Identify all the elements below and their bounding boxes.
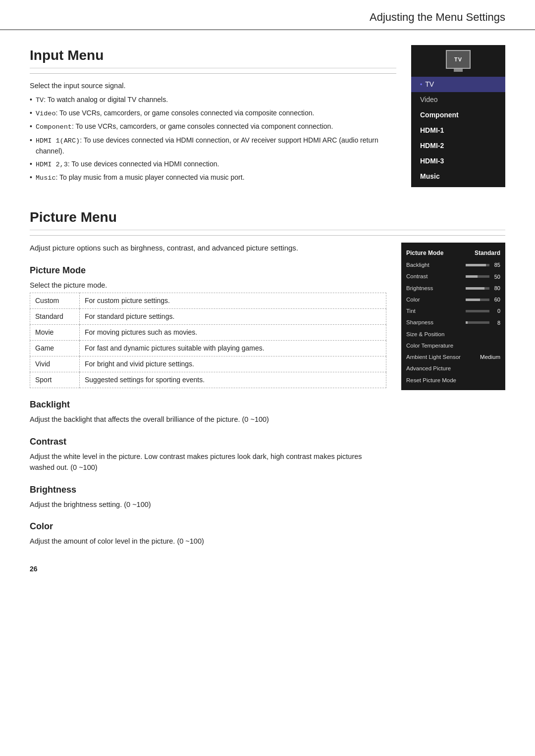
pm-header-value: Standard: [475, 249, 500, 257]
table-cell: For custom picture settings.: [80, 293, 386, 309]
list-item: TV: To watch analog or digital TV channe…: [30, 95, 396, 105]
input-menu-section: Input Menu Select the input source signa…: [30, 45, 505, 187]
table-cell: Vivid: [30, 356, 80, 372]
row-value: 0: [491, 307, 500, 315]
table-cell: For standard picture settings.: [80, 309, 386, 325]
pm-row-label: Brightness: [406, 284, 451, 293]
picture-mode-table: Custom For custom picture settings. Stan…: [30, 293, 386, 388]
list-item: HDMI 1(ARC): To use devices connected vi…: [30, 135, 396, 156]
table-row: Custom For custom picture settings.: [30, 293, 386, 309]
bar-track: [466, 299, 489, 301]
backlight-subsection: Backlight Adjust the backlight that affe…: [30, 398, 386, 425]
pm-row-advanced: Advanced Picture: [401, 363, 505, 374]
list-item: Music: To play music from a music player…: [30, 172, 396, 183]
bar-track: [466, 310, 489, 312]
pm-row-contrast: Contrast 50: [401, 271, 505, 282]
pm-row-label: Color: [406, 296, 451, 304]
list-item: Video: To use VCRs, camcorders, or game …: [30, 108, 396, 119]
tv-icon-area: TV: [411, 45, 505, 74]
tv-menu-item-hdmi3: HDMI-3: [411, 153, 505, 169]
pm-header-label: Picture Mode: [406, 249, 443, 257]
color-subtitle: Color: [30, 520, 386, 533]
tv-menu-item-hdmi1: HDMI-1: [411, 123, 505, 138]
pm-row-ambient: Ambient Light Sensor Medium: [401, 352, 505, 363]
list-item: Component: To use VCRs, camcorders, or g…: [30, 121, 396, 132]
input-menu-text: Input Menu Select the input source signa…: [30, 45, 396, 187]
picture-menu-section: Picture Menu Adjust picture options such…: [30, 207, 505, 549]
pm-simple-label: Size & Position: [406, 330, 444, 339]
picture-mode-subtitle: Picture Mode: [30, 264, 386, 277]
pm-row-color-temp: Color Temperature: [401, 340, 505, 352]
pm-row-brightness: Brightness 80: [401, 283, 505, 294]
row-value: 80: [491, 284, 500, 293]
pm-row-bar: 0: [466, 307, 500, 315]
pm-row-bar: 80: [466, 284, 500, 293]
table-cell: For moving pictures such as movies.: [80, 325, 386, 341]
table-cell: Suggested settings for sporting events.: [80, 372, 386, 388]
brightness-subtitle: Brightness: [30, 483, 386, 497]
tv-menu-item-tv: TV: [411, 77, 505, 92]
color-desc: Adjust the amount of color level in the …: [30, 536, 386, 547]
pm-row-color: Color 60: [401, 294, 505, 305]
tv-menu-item-video: Video: [411, 92, 505, 107]
table-cell: Movie: [30, 325, 80, 341]
list-item: HDMI 2,3: To use devices connected via H…: [30, 159, 396, 170]
tv-icon: TV: [446, 50, 471, 69]
page-header: Adjusting the Menu Settings: [0, 0, 535, 30]
table-cell: Standard: [30, 309, 80, 325]
backlight-desc: Adjust the backlight that affects the ov…: [30, 414, 386, 425]
bar-fill: [466, 264, 486, 266]
picture-menu-content: Adjust picture options such as birghness…: [30, 243, 505, 549]
bar-fill: [466, 321, 468, 324]
table-cell: For bright and vivid picture settings.: [80, 356, 386, 372]
bar-track: [466, 321, 489, 324]
pm-row-label: Contrast: [406, 272, 451, 281]
pm-row-size-position: Size & Position: [401, 329, 505, 340]
backlight-subtitle: Backlight: [30, 398, 386, 411]
pm-row-label: Tint: [406, 307, 451, 315]
contrast-desc: Adjust the white level in the picture. L…: [30, 452, 386, 473]
tv-icon-label: TV: [454, 55, 462, 64]
pm-row-bar: 85: [466, 261, 500, 269]
picture-menu-title: Picture Menu: [30, 207, 505, 230]
bar-fill: [466, 299, 480, 301]
pm-row-tint: Tint 0: [401, 305, 505, 317]
tv-menu-item-component: Component: [411, 107, 505, 123]
table-cell: Sport: [30, 372, 80, 388]
pm-row-backlight: Backlight 85: [401, 259, 505, 271]
pm-row-reset: Reset Picture Mode: [401, 375, 505, 386]
row-value: 8: [491, 319, 500, 327]
table-cell: For fast and dynamic pictures suitable w…: [80, 341, 386, 356]
brightness-desc: Adjust the brightness setting. (0 ~100): [30, 500, 386, 510]
pm-menu-header: Picture Mode Standard: [401, 247, 505, 259]
bar-track: [466, 287, 489, 290]
row-value: 60: [491, 296, 500, 304]
bar-fill: [466, 287, 484, 290]
tv-menu-item-music: Music: [411, 169, 505, 184]
tv-menu-item-hdmi2: HDMI-2: [411, 138, 505, 153]
pm-row-bar: 50: [466, 273, 500, 281]
table-row: Movie For moving pictures such as movies…: [30, 325, 386, 341]
pm-simple-label: Color Temperature: [406, 342, 453, 350]
pm-row-bar: 8: [466, 319, 500, 327]
tv-menu-screenshot: TV TV Video Component HDMI-1 HDMI-2 HDMI…: [411, 45, 505, 187]
picture-mode-menu-box: Picture Mode Standard Backlight 85: [401, 243, 505, 390]
pm-simple-label: Advanced Picture: [406, 364, 451, 373]
bar-track: [466, 275, 489, 278]
table-row: Vivid For bright and vivid picture setti…: [30, 356, 386, 372]
contrast-subsection: Contrast Adjust the white level in the p…: [30, 435, 386, 473]
picture-menu-intro: Adjust picture options such as birghness…: [30, 243, 386, 254]
picture-mode-subsection: Picture Mode Select the picture mode. Cu…: [30, 264, 386, 389]
table-cell: Custom: [30, 293, 80, 309]
page-number: 26: [30, 564, 505, 574]
table-row: Standard For standard picture settings.: [30, 309, 386, 325]
picture-text-col: Adjust picture options such as birghness…: [30, 243, 386, 549]
pm-simple-label: Reset Picture Mode: [406, 376, 456, 385]
table-row: Game For fast and dynamic pictures suita…: [30, 341, 386, 356]
tv-menu-list: TV Video Component HDMI-1 HDMI-2 HDMI-3 …: [411, 74, 505, 187]
pm-row-bar: 60: [466, 296, 500, 304]
pm-ambient-value: Medium: [480, 353, 500, 361]
picture-menu-sidebar: Picture Mode Standard Backlight 85: [401, 243, 505, 549]
table-row: Sport Suggested settings for sporting ev…: [30, 372, 386, 388]
input-menu-intro: Select the input source signal.: [30, 81, 396, 92]
